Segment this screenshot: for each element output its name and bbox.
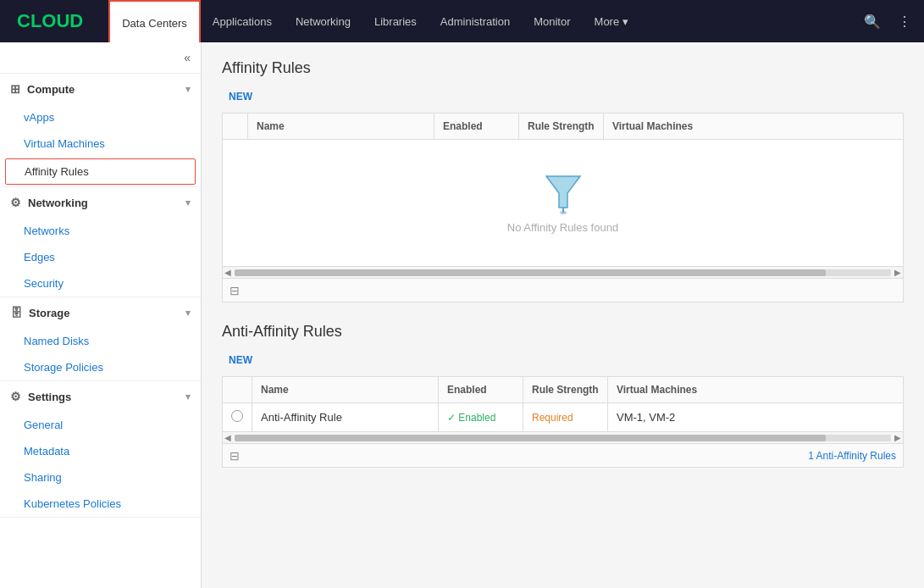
sidebar-section-storage: 🗄 Storage ▾ Named Disks Storage Policies (0, 297, 201, 381)
sidebar-item-storage-policies[interactable]: Storage Policies (0, 354, 201, 380)
sidebar-item-general[interactable]: General (0, 412, 201, 438)
affinity-col-check (223, 114, 248, 140)
sidebar-item-metadata[interactable]: Metadata (0, 438, 201, 464)
settings-icon: ⚙ (10, 390, 21, 403)
anti-footer-count: 1 Anti-Affinity Rules (808, 450, 896, 462)
anti-row-name: Anti-Affinity Rule (252, 403, 439, 432)
anti-col-enabled: Enabled (439, 377, 523, 403)
sidebar-item-sharing[interactable]: Sharing (0, 464, 201, 491)
settings-chevron: ▾ (185, 391, 191, 402)
storage-label: Storage (29, 307, 69, 319)
affinity-scroll-left[interactable]: ◀ (223, 268, 233, 277)
affinity-footer-icon: ⊟ (230, 284, 240, 297)
sidebar-section-storage-header[interactable]: 🗄 Storage ▾ (0, 297, 201, 328)
radio-button[interactable] (231, 410, 243, 422)
nav-libraries[interactable]: Libraries (362, 0, 429, 42)
sidebar-item-security[interactable]: Security (0, 270, 201, 297)
sidebar-section-networking: ⚙ Networking ▾ Networks Edges Security (0, 187, 201, 297)
anti-scroll-left[interactable]: ◀ (223, 433, 233, 442)
sidebar-section-compute: ⊞ Compute ▾ vApps Virtual Machines Affin… (0, 74, 201, 187)
sidebar: « ⊞ Compute ▾ vApps Virtual Machines Aff… (0, 42, 202, 588)
layout: « ⊞ Compute ▾ vApps Virtual Machines Aff… (0, 42, 924, 588)
anti-affinity-rules-section: Anti-Affinity Rules NEW Name Enabled Rul… (222, 323, 904, 468)
sidebar-item-edges[interactable]: Edges (0, 244, 201, 270)
settings-label: Settings (28, 391, 71, 403)
affinity-footer: ⊟ (222, 279, 904, 302)
nav-networking[interactable]: Networking (284, 0, 362, 42)
sidebar-section-settings: ⚙ Settings ▾ General Metadata Sharing Ku… (0, 381, 201, 518)
affinity-scrollbar[interactable]: ◀ ▶ (222, 267, 904, 279)
affinity-col-vms: Virtual Machines (604, 114, 904, 140)
compute-chevron: ▾ (185, 84, 191, 95)
anti-scroll-thumb (235, 435, 826, 441)
top-nav: CLOUD Data Centers Applications Networki… (0, 0, 924, 42)
anti-row-check[interactable] (223, 403, 252, 432)
sidebar-item-kubernetes-policies[interactable]: Kubernetes Policies (0, 491, 201, 517)
nav-administration[interactable]: Administration (429, 0, 522, 42)
compute-icon: ⊞ (10, 82, 20, 96)
storage-icon: 🗄 (10, 306, 22, 319)
affinity-col-enabled: Enabled (434, 114, 519, 140)
table-row[interactable]: Anti-Affinity Rule ✓ Enabled Required VM… (223, 403, 904, 432)
affinity-col-strength: Rule Strength (519, 114, 604, 140)
sidebar-collapse-button[interactable]: « (184, 51, 191, 64)
anti-row-vms: VM-1, VM-2 (608, 403, 904, 432)
anti-affinity-rules-title: Anti-Affinity Rules (222, 323, 904, 341)
nav-icons: 🔍 ⋮ (860, 9, 916, 34)
affinity-rules-table: Name Enabled Rule Strength Virtual Machi… (222, 113, 904, 267)
enabled-badge: ✓ Enabled (447, 412, 495, 424)
affinity-scroll-right[interactable]: ▶ (893, 268, 903, 277)
sidebar-section-networking-header[interactable]: ⚙ Networking ▾ (0, 187, 201, 218)
logo: CLOUD (8, 10, 91, 32)
more-options-icon[interactable]: ⋮ (894, 9, 916, 34)
anti-footer: ⊟ 1 Anti-Affinity Rules (222, 444, 904, 468)
anti-affinity-rules-table: Name Enabled Rule Strength Virtual Machi… (222, 376, 904, 432)
anti-col-check (223, 377, 252, 403)
svg-point-2 (560, 211, 567, 214)
storage-chevron: ▾ (185, 308, 191, 319)
anti-affinity-new-button[interactable]: NEW (222, 351, 259, 369)
nav-applications[interactable]: Applications (201, 0, 284, 42)
sidebar-section-settings-header[interactable]: ⚙ Settings ▾ (0, 381, 201, 412)
affinity-empty-state: No Affinity Rules found (231, 147, 894, 259)
networking-label: Networking (28, 197, 88, 209)
anti-col-vms: Virtual Machines (608, 377, 904, 403)
affinity-empty-text: No Affinity Rules found (257, 221, 869, 234)
networking-chevron: ▾ (185, 197, 191, 208)
affinity-rules-section: Affinity Rules NEW Name Enabled Rule Str… (222, 59, 904, 302)
anti-row-strength: Required (523, 403, 608, 432)
search-icon[interactable]: 🔍 (860, 9, 885, 34)
anti-scrollbar[interactable]: ◀ ▶ (222, 432, 904, 444)
anti-scroll-track[interactable] (235, 435, 891, 441)
anti-scroll-right[interactable]: ▶ (893, 433, 903, 442)
sidebar-item-named-disks[interactable]: Named Disks (0, 328, 201, 354)
sidebar-item-vapps[interactable]: vApps (0, 104, 201, 130)
sidebar-item-virtual-machines[interactable]: Virtual Machines (0, 130, 201, 157)
anti-footer-icon: ⊟ (230, 449, 240, 463)
funnel-icon (542, 172, 584, 214)
anti-col-name: Name (252, 377, 439, 403)
nav-monitor[interactable]: Monitor (522, 0, 582, 42)
affinity-col-name: Name (248, 114, 434, 140)
anti-col-strength: Rule Strength (523, 377, 608, 403)
required-badge: Required (532, 412, 573, 424)
affinity-scroll-thumb (235, 269, 826, 276)
networking-icon: ⚙ (10, 196, 21, 209)
svg-marker-0 (546, 176, 580, 208)
main-content: Affinity Rules NEW Name Enabled Rule Str… (202, 42, 924, 588)
nav-more[interactable]: More ▾ (583, 0, 640, 42)
nav-data-centers[interactable]: Data Centers (108, 0, 201, 44)
sidebar-header: « (0, 42, 201, 74)
affinity-new-button[interactable]: NEW (222, 87, 259, 106)
anti-row-enabled: ✓ Enabled (439, 403, 523, 432)
sidebar-section-compute-header[interactable]: ⊞ Compute ▾ (0, 74, 201, 104)
affinity-scroll-track[interactable] (235, 269, 891, 276)
affinity-rules-title: Affinity Rules (222, 59, 904, 77)
compute-label: Compute (27, 83, 75, 96)
sidebar-item-networks[interactable]: Networks (0, 218, 201, 244)
sidebar-item-affinity-rules[interactable]: Affinity Rules (5, 158, 196, 185)
